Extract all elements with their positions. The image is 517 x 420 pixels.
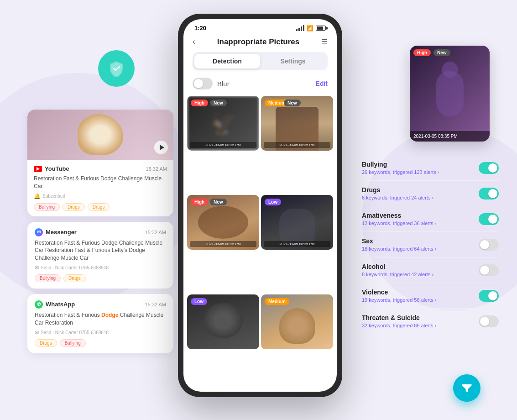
- category-violence-toggle[interactable]: [479, 290, 499, 302]
- youtube-time: 15:32 AM: [146, 166, 167, 172]
- edit-link[interactable]: Edit: [316, 80, 328, 87]
- category-sex-meta[interactable]: 18 keywords, triggered 64 alerts ›: [362, 246, 436, 252]
- messenger-icon: ✉: [35, 228, 43, 236]
- right-top-card[interactable]: High New 2021-03-05 08:35 PM: [410, 46, 490, 142]
- tab-settings[interactable]: Settings: [260, 54, 326, 68]
- category-violence: Violence 19 keywords, triggered 56 alert…: [362, 283, 499, 309]
- phone-mockup: 1:20 📶 ‹ Inappropriate Pictures ☰: [178, 14, 342, 397]
- grid-item-3[interactable]: High New 2021-03-05 08:35 PM: [187, 195, 259, 250]
- whatsapp-card[interactable]: ✆ WhatsApp 15:32 AM Restoration Fast & F…: [27, 294, 173, 353]
- phone-screen: 1:20 📶 ‹ Inappropriate Pictures ☰: [183, 19, 337, 392]
- category-sex-toggle[interactable]: [479, 239, 499, 251]
- category-amativeness-meta[interactable]: 12 keywords, triggered 36 alerts ›: [362, 220, 436, 226]
- tag-bullying-2: Bullying: [35, 274, 61, 282]
- shield-icon: [98, 50, 135, 87]
- whatsapp-title: Restoration Fast & Furious Dodge Challen…: [35, 311, 166, 327]
- whatsapp-card-header: ✆ WhatsApp 15:32 AM: [35, 300, 166, 309]
- messenger-title: Restoration Fast & Furious Dodge Challen…: [35, 239, 166, 262]
- youtube-card[interactable]: YouTube 15:32 AM Restoration Fast & Furi…: [27, 110, 173, 216]
- severity-badge-high-2: High: [191, 199, 208, 205]
- app-title: Inappropriate Pictures: [217, 37, 299, 47]
- messenger-source: ✉ Messenger: [35, 228, 77, 236]
- play-button[interactable]: [154, 141, 168, 154]
- grid-item-2[interactable]: Medium New 2021-03-05 08:35 PM: [261, 96, 333, 151]
- blur-toggle-group: Blur: [193, 78, 230, 89]
- category-threaten-name: Threaten & Suicide: [362, 314, 436, 321]
- grid-item-6[interactable]: Medium: [261, 294, 333, 349]
- grid-item-4[interactable]: Low 2021-03-05 08:35 PM: [261, 195, 333, 250]
- youtube-tags: Bullying Drugs Drugs: [34, 203, 167, 211]
- back-button[interactable]: ‹: [193, 37, 195, 47]
- category-violence-meta[interactable]: 19 keywords, triggered 56 alerts ›: [362, 297, 436, 303]
- category-drugs-meta[interactable]: 6 keywords, triggered 24 alerts ›: [362, 195, 433, 200]
- messenger-time: 15:32 AM: [145, 230, 166, 235]
- menu-button[interactable]: ☰: [321, 37, 328, 46]
- messenger-meta: ✉ Send · Nick Carter 0765-6388548: [35, 265, 166, 271]
- filter-button[interactable]: [453, 374, 480, 402]
- category-threaten-info: Threaten & Suicide 32 keywords, triggere…: [362, 314, 436, 328]
- category-drugs-toggle[interactable]: [479, 188, 499, 200]
- highlight-dodge: Dodge: [101, 312, 118, 318]
- blur-row: Blur Edit: [183, 78, 337, 96]
- battery-icon: [316, 26, 326, 31]
- right-top-high-badge: High: [413, 49, 431, 56]
- youtube-source: YouTube: [34, 165, 69, 172]
- category-alcohol-info: Alcohol 8 keywords, triggered 42 alerts …: [362, 263, 433, 277]
- status-icons: 📶: [296, 25, 326, 31]
- new-badge-1: New: [210, 100, 227, 106]
- severity-badge-low-1: Low: [265, 199, 281, 205]
- category-bullying-toggle[interactable]: [479, 162, 499, 174]
- category-threaten-meta[interactable]: 32 keywords, triggered 86 alerts ›: [362, 323, 436, 328]
- severity-badge-medium-2: Medium: [265, 298, 289, 305]
- tag-bullying-1: Bullying: [34, 203, 60, 211]
- tag-bullying-3: Bullying: [60, 339, 86, 347]
- category-threaten-toggle[interactable]: [479, 315, 499, 327]
- blur-label: Blur: [217, 80, 230, 88]
- tag-drugs-1: Drugs: [63, 203, 85, 211]
- category-sex: Sex 18 keywords, triggered 64 alerts ›: [362, 232, 499, 257]
- category-amativeness-toggle[interactable]: [479, 213, 499, 225]
- image-grid: 🦅 High New 2021-03-05 08:35 PM Medium Ne…: [183, 96, 337, 392]
- right-top-timestamp: 2021-03-05 08:35 PM: [410, 131, 490, 142]
- whatsapp-time: 15:32 AM: [145, 302, 166, 307]
- category-amativeness: Amativeness 12 keywords, triggered 36 al…: [362, 206, 499, 232]
- category-sex-name: Sex: [362, 237, 436, 245]
- right-top-image: High New 2021-03-05 08:35 PM: [410, 46, 490, 142]
- youtube-card-header: YouTube 15:32 AM: [34, 165, 167, 172]
- status-bar: 1:20 📶: [183, 19, 337, 33]
- blur-toggle[interactable]: [193, 78, 213, 89]
- category-bullying-meta[interactable]: 26 keywords, triggered 123 alerts ›: [362, 169, 439, 175]
- signal-bar-3: [301, 26, 302, 31]
- youtube-card-image: [27, 110, 173, 160]
- grid-timestamp-3: 2021-03-05 08:35 PM: [190, 241, 256, 247]
- grid-timestamp-2: 2021-03-05 08:35 PM: [264, 142, 330, 148]
- category-violence-info: Violence 19 keywords, triggered 56 alert…: [362, 289, 436, 303]
- grid-item-1[interactable]: 🦅 High New 2021-03-05 08:35 PM: [187, 96, 259, 151]
- messenger-card[interactable]: ✉ Messenger 15:32 AM Restoration Fast & …: [27, 222, 173, 289]
- categories-panel: Bullying 26 keywords, triggered 123 aler…: [362, 155, 499, 334]
- whatsapp-tags: Drugs Bullying: [35, 339, 166, 347]
- youtube-title: Restoration Fast & Furious Dodge Challen…: [34, 175, 167, 190]
- category-alcohol: Alcohol 8 keywords, triggered 42 alerts …: [362, 257, 499, 283]
- tab-detection[interactable]: Detection: [194, 54, 260, 68]
- youtube-meta: 🔔 Subscribed: [34, 193, 167, 200]
- messenger-card-header: ✉ Messenger 15:32 AM: [35, 228, 166, 236]
- new-badge-2: New: [284, 100, 301, 106]
- tag-drugs-4: Drugs: [35, 339, 57, 347]
- severity-badge-high-1: High: [191, 100, 208, 106]
- signal-bar-4: [303, 25, 304, 31]
- category-drugs: Drugs 6 keywords, triggered 24 alerts ›: [362, 181, 499, 206]
- signal-bar-2: [298, 28, 300, 31]
- status-time: 1:20: [194, 25, 206, 31]
- youtube-icon: [34, 166, 42, 172]
- shield-container: [98, 50, 135, 87]
- messenger-tags: Bullying Drugs: [35, 274, 166, 282]
- category-violence-name: Violence: [362, 289, 436, 296]
- severity-badge-low-2: Low: [191, 298, 207, 305]
- signal-bar-1: [296, 29, 298, 31]
- category-amativeness-name: Amativeness: [362, 212, 436, 219]
- grid-item-5[interactable]: Low: [187, 294, 259, 349]
- tab-bar: Detection Settings: [193, 52, 328, 70]
- category-alcohol-toggle[interactable]: [479, 264, 499, 276]
- category-alcohol-meta[interactable]: 8 keywords, triggered 42 alerts ›: [362, 272, 433, 277]
